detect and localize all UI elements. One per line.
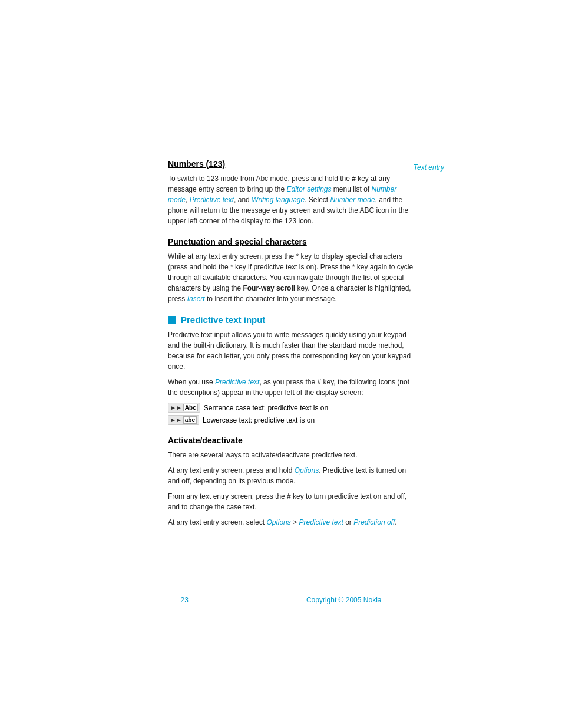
sentence-case-text: Sentence case text: predictive text is o… (204, 404, 328, 412)
predictive-paragraph1: Predictive text input allows you to writ… (168, 330, 415, 372)
lowercase-text: Lowercase text: predictive text is on (203, 416, 315, 424)
options-link2[interactable]: Options (266, 518, 290, 526)
punctuation-paragraph: While at any text entry screen, press th… (168, 251, 415, 304)
punctuation-section-title: Punctuation and special characters (168, 237, 415, 246)
writing-language-link[interactable]: Writing language (252, 196, 305, 204)
predictive-section-title: Predictive text input (168, 315, 415, 325)
activate-paragraph2: At any text entry screen, press and hold… (168, 465, 415, 486)
prediction-off-link[interactable]: Prediction off (353, 518, 395, 526)
activate-paragraph1: There are several ways to activate/deact… (168, 450, 415, 460)
predictive-text-link3[interactable]: Predictive text (299, 518, 343, 526)
text-entry-label: Text entry (414, 163, 444, 172)
numbers-section: Numbers (123) To switch to 123 mode from… (168, 159, 415, 226)
activate-section: Activate/deactivate There are several wa… (168, 436, 415, 528)
sentence-case-icon: ►► Abc (168, 403, 200, 413)
activate-paragraph4: At any text entry screen, select Options… (168, 517, 415, 528)
page-number: 23 (181, 596, 189, 604)
predictive-section: Predictive text input Predictive text in… (168, 315, 415, 425)
options-link[interactable]: Options (295, 466, 319, 475)
numbers-paragraph: To switch to 123 mode from Abc mode, pre… (168, 173, 415, 226)
predictive-paragraph2: When you use Predictive text, as you pre… (168, 377, 415, 398)
copyright-text: Copyright © 2005 Nokia (306, 596, 382, 604)
page-footer: 23 Copyright © 2005 Nokia (0, 596, 562, 604)
insert-link[interactable]: Insert (187, 295, 205, 303)
activate-section-title: Activate/deactivate (168, 436, 415, 445)
editor-settings-link[interactable]: Editor settings (286, 185, 331, 193)
content-area: Numbers (123) To switch to 123 mode from… (168, 159, 415, 538)
lowercase-icon: ►► abc (168, 415, 199, 425)
punctuation-section: Punctuation and special characters While… (168, 237, 415, 304)
number-mode-link2[interactable]: Number mode (330, 196, 375, 204)
activate-paragraph3: From any text entry screen, press the # … (168, 491, 415, 512)
icon-row-lowercase: ►► abc Lowercase text: predictive text i… (168, 415, 415, 425)
page: Text entry Numbers (123) To switch to 12… (0, 0, 562, 728)
predictive-text-link2[interactable]: Predictive text (215, 378, 259, 386)
four-way-scroll-text: Four-way scroll (243, 284, 295, 292)
icon-row-sentence: ►► Abc Sentence case text: predictive te… (168, 403, 415, 413)
predictive-text-link[interactable]: Predictive text (190, 196, 234, 204)
numbers-section-title: Numbers (123) (168, 159, 415, 169)
blue-square-icon (168, 316, 176, 324)
